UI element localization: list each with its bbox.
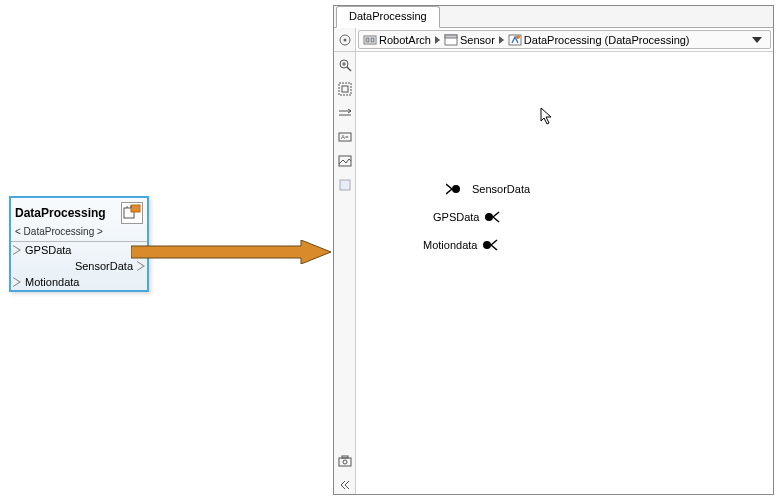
architecture-icon xyxy=(363,33,377,47)
port-label: SensorData xyxy=(472,183,530,195)
area-button[interactable] xyxy=(336,176,354,194)
svg-rect-11 xyxy=(445,35,457,38)
component-icon xyxy=(444,33,458,47)
component-stereotype: < DataProcessing > xyxy=(11,226,147,241)
tab-label: DataProcessing xyxy=(349,10,427,22)
port-label: Motiondata xyxy=(423,239,477,251)
svg-point-28 xyxy=(343,460,347,464)
canvas-port-motiondata[interactable]: Motiondata xyxy=(423,238,503,252)
reference-component-icon xyxy=(508,33,522,47)
fit-view-button[interactable] xyxy=(336,80,354,98)
port-label: SensorData xyxy=(13,260,133,272)
toggle-button[interactable] xyxy=(336,104,354,122)
port-sensordata[interactable]: SensorData xyxy=(11,258,147,274)
port-label: GPSData xyxy=(25,244,145,256)
svg-rect-25 xyxy=(340,180,350,190)
port-label: GPSData xyxy=(433,211,479,223)
dropdown-icon[interactable] xyxy=(752,37,762,43)
collapse-button[interactable] xyxy=(334,28,356,51)
tab-bar: DataProcessing xyxy=(334,6,773,28)
input-port-icon xyxy=(483,210,505,224)
breadcrumb-item[interactable]: DataProcessing (DataProcessing) xyxy=(524,34,690,46)
zoom-in-icon xyxy=(338,58,352,72)
chevron-right-icon xyxy=(499,36,504,44)
svg-point-13 xyxy=(516,35,520,39)
input-port-icon xyxy=(481,238,503,252)
breadcrumb-row: RobotArch Sensor DataProcessing (DataPro… xyxy=(334,28,773,52)
svg-line-33 xyxy=(493,212,499,217)
component-title: DataProcessing xyxy=(15,206,121,220)
canvas-port-sensordata[interactable]: SensorData xyxy=(446,182,530,196)
breadcrumb-item[interactable]: RobotArch xyxy=(379,34,431,46)
drill-down-arrow-icon xyxy=(131,240,331,264)
svg-rect-18 xyxy=(339,83,351,95)
mouse-cursor-icon xyxy=(540,107,556,127)
svg-line-37 xyxy=(491,245,497,250)
editor-panel: DataProcessing RobotArch Sensor DataP xyxy=(333,5,774,495)
canvas-port-gpsdata[interactable]: GPSData xyxy=(433,210,505,224)
area-icon xyxy=(338,178,352,192)
image-button[interactable] xyxy=(336,152,354,170)
svg-point-31 xyxy=(452,185,460,193)
component-block[interactable]: DataProcessing < DataProcessing > GPSDat… xyxy=(9,196,149,292)
tab-dataprocessing[interactable]: DataProcessing xyxy=(336,6,440,28)
svg-rect-8 xyxy=(366,38,369,42)
port-label: Motiondata xyxy=(25,276,145,288)
component-header: DataProcessing xyxy=(11,198,147,226)
svg-rect-1 xyxy=(131,205,140,212)
breadcrumb-item[interactable]: Sensor xyxy=(460,34,495,46)
toggle-icon xyxy=(338,106,352,120)
diagram-canvas[interactable]: SensorData GPSData Motiondata xyxy=(356,52,773,494)
svg-rect-9 xyxy=(371,38,374,42)
collapse-icon xyxy=(339,34,351,46)
fit-view-icon xyxy=(338,82,352,96)
camera-icon xyxy=(338,454,352,468)
svg-rect-26 xyxy=(339,458,351,466)
svg-line-15 xyxy=(347,67,351,71)
view-toolbar: A= xyxy=(334,52,356,494)
svg-rect-24 xyxy=(339,156,351,166)
svg-line-34 xyxy=(493,217,499,222)
annotation-icon: A= xyxy=(338,130,352,144)
svg-text:A=: A= xyxy=(341,134,349,140)
port-gpsdata[interactable]: GPSData xyxy=(11,242,147,258)
zoom-in-button[interactable] xyxy=(336,56,354,74)
chevron-right-icon xyxy=(435,36,440,44)
svg-point-35 xyxy=(483,241,491,249)
screenshot-button[interactable] xyxy=(336,452,354,470)
image-icon xyxy=(338,154,352,168)
svg-line-29 xyxy=(446,184,452,189)
port-motiondata[interactable]: Motiondata xyxy=(11,274,147,290)
svg-rect-27 xyxy=(342,456,348,458)
svg-marker-4 xyxy=(131,240,331,264)
svg-rect-19 xyxy=(342,86,348,92)
output-port-icon xyxy=(446,182,468,196)
breadcrumb[interactable]: RobotArch Sensor DataProcessing (DataPro… xyxy=(358,30,771,49)
minimize-button[interactable] xyxy=(336,476,354,494)
component-type-icon xyxy=(121,202,143,224)
in-port-icon xyxy=(13,277,21,287)
annotation-button[interactable]: A= xyxy=(336,128,354,146)
svg-line-30 xyxy=(446,189,452,194)
svg-line-36 xyxy=(491,240,497,245)
svg-marker-38 xyxy=(541,108,551,124)
chevron-left-double-icon xyxy=(338,478,352,492)
svg-point-32 xyxy=(485,213,493,221)
in-port-icon xyxy=(13,245,21,255)
svg-point-6 xyxy=(343,38,346,41)
